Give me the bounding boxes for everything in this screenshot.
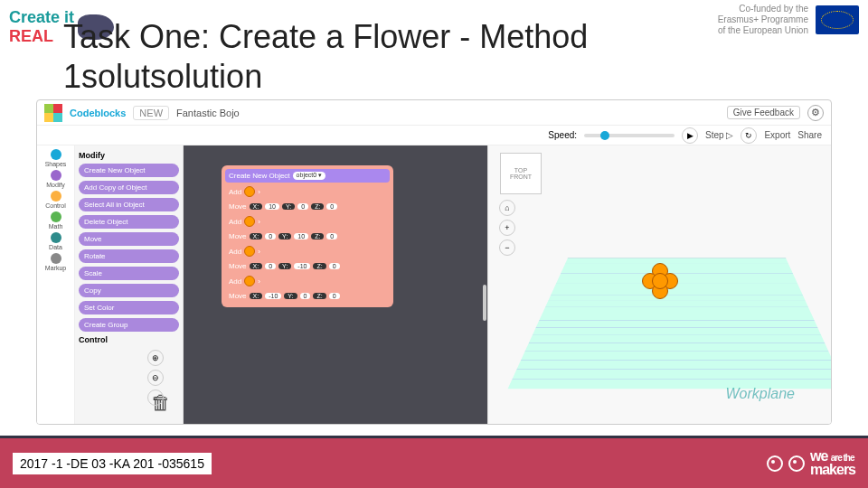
makers-icon <box>767 455 783 472</box>
new-badge[interactable]: NEW <box>133 106 169 120</box>
sphere-icon[interactable] <box>244 186 255 197</box>
category-markup[interactable]: Markup <box>41 253 71 271</box>
code-row[interactable]: MoveX:-10Y:0Z:0 <box>225 290 390 302</box>
eu-flag-icon <box>816 5 859 34</box>
slide-title-line2: 1solutsolution <box>63 58 262 96</box>
makers-logo: we are the makers <box>767 450 855 476</box>
play-button[interactable]: ▶ <box>682 127 698 144</box>
panel-footer: Control <box>79 335 179 344</box>
makers-icon <box>788 455 805 472</box>
viewcube[interactable]: TOP FRONT <box>500 153 542 194</box>
export-button[interactable]: Export <box>764 130 790 140</box>
zoom-in-icon[interactable]: ⊕ <box>147 350 164 366</box>
viewcube-top[interactable]: TOP <box>514 167 527 174</box>
block-add-copy-of-object[interactable]: Add Copy of Object <box>79 181 179 194</box>
share-button[interactable]: Share <box>797 130 822 140</box>
block-move[interactable]: Move <box>79 232 179 246</box>
flower-object[interactable] <box>642 263 678 299</box>
category-control[interactable]: Control <box>41 191 71 209</box>
code-stack[interactable]: Create New Object object0 ▾ Add›MoveX:10… <box>222 165 393 307</box>
code-row[interactable]: Add› <box>225 244 390 258</box>
reset-button[interactable]: ↻ <box>741 127 757 144</box>
minus-icon[interactable]: − <box>499 239 515 256</box>
block-scale[interactable]: Scale <box>79 267 179 280</box>
blocks-panel: Modify Create New ObjectAdd Copy of Obje… <box>75 145 184 424</box>
category-column: ShapesModifyControlMathDataMarkup <box>37 145 75 424</box>
mk3: makers <box>810 462 855 477</box>
block-create-new-object[interactable]: Create New Object <box>79 164 179 177</box>
petal-icon <box>652 273 668 289</box>
viewport-3d[interactable]: TOP FRONT ⌂ + − Workplane <box>487 145 831 424</box>
workplane-label: Workplane <box>726 386 795 402</box>
sphere-icon[interactable] <box>244 276 255 286</box>
category-data[interactable]: Data <box>41 232 71 250</box>
code-row[interactable]: MoveX:0Y:10Z:0 <box>225 230 390 242</box>
category-math[interactable]: Math <box>41 211 71 230</box>
block-rotate[interactable]: Rotate <box>79 249 179 263</box>
gear-icon[interactable]: ⚙ <box>807 105 824 121</box>
code-row[interactable]: Add› <box>225 214 390 229</box>
app-body: ShapesModifyControlMathDataMarkup Modify… <box>37 145 831 424</box>
sphere-icon[interactable] <box>244 246 255 257</box>
category-shapes[interactable]: Shapes <box>41 149 71 167</box>
code-canvas[interactable]: Create New Object object0 ▾ Add›MoveX:10… <box>184 145 487 424</box>
project-name[interactable]: Fantastic Bojo <box>176 108 240 118</box>
speed-slider[interactable] <box>584 134 675 137</box>
split-handle-icon[interactable] <box>483 285 486 321</box>
viewcube-front[interactable]: FRONT <box>510 174 532 180</box>
eu-text-1: Co-funded by the <box>718 4 808 14</box>
app-toolbar: Speed: ▶ Step ▷ ↻ Export Share <box>37 126 831 145</box>
view-controls: ⌂ + − <box>499 200 515 256</box>
project-type[interactable]: Codeblocks <box>70 108 126 118</box>
block-delete-object[interactable]: Delete Object <box>79 215 179 229</box>
code-row[interactable]: Add› <box>225 274 390 288</box>
home-view-icon[interactable]: ⌂ <box>499 200 515 216</box>
app-titlebar: Codeblocks NEW Fantastic Bojo Give Feedb… <box>37 100 831 126</box>
block-copy[interactable]: Copy <box>79 284 179 297</box>
code-row[interactable]: MoveX:10Y:0Z:0 <box>225 201 390 212</box>
eu-funding: Co-funded by the Erasmus+ Programme of t… <box>718 4 859 36</box>
project-id: 2017 -1 -DE 03 -KA 201 -035615 <box>13 453 212 474</box>
tinkercad-logo-icon[interactable] <box>44 104 62 122</box>
category-modify[interactable]: Modify <box>41 170 71 188</box>
code-head[interactable]: Create New Object object0 ▾ <box>225 169 390 183</box>
code-row[interactable]: MoveX:0Y:-10Z:0 <box>225 260 390 272</box>
logo-line2: REAL <box>9 27 71 46</box>
slide-title-line1: Task One: Create a Flower - Method <box>63 18 588 56</box>
feedback-button[interactable]: Give Feedback <box>727 106 800 119</box>
eu-text-3: of the European Union <box>718 25 808 36</box>
panel-header: Modify <box>79 151 179 160</box>
block-set-color[interactable]: Set Color <box>79 301 179 314</box>
step-button[interactable]: Step ▷ <box>705 130 733 140</box>
eu-text-2: Erasmus+ Programme <box>718 14 808 25</box>
zoom-fit-icon[interactable]: = <box>147 389 164 406</box>
block-create-group[interactable]: Create Group <box>79 318 179 332</box>
slide-footer: 2017 -1 -DE 03 -KA 201 -035615 we are th… <box>0 436 868 488</box>
sphere-icon[interactable] <box>244 216 255 227</box>
head-obj[interactable]: object0 ▾ <box>293 172 326 180</box>
code-row[interactable]: Add› <box>225 184 390 199</box>
head-op: Create New Object <box>229 172 290 180</box>
block-select-all-in-object[interactable]: Select All in Object <box>79 198 179 211</box>
plus-icon[interactable]: + <box>499 220 515 236</box>
tinkercad-app: Codeblocks NEW Fantastic Bojo Give Feedb… <box>36 99 832 425</box>
zoom-out-icon[interactable]: ⊖ <box>147 370 164 386</box>
speed-label: Speed: <box>548 130 577 140</box>
